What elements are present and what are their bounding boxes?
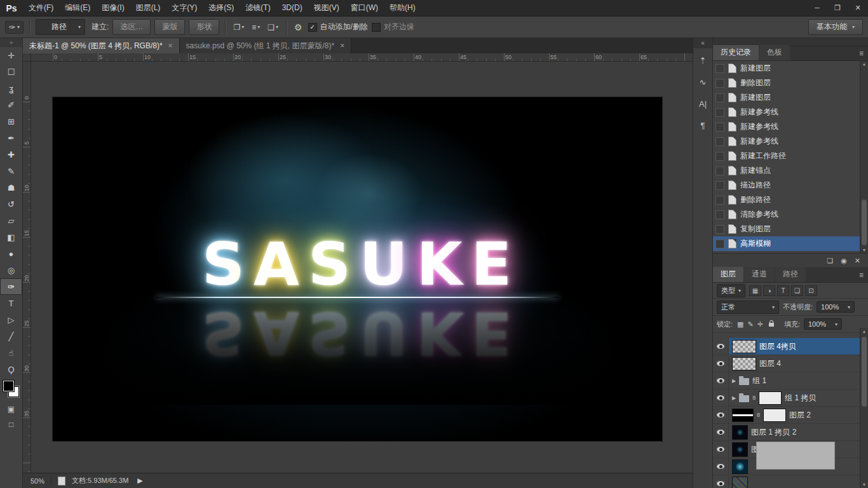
spot-healing-brush-tool[interactable]: ✚ bbox=[0, 146, 22, 163]
screen-mode-button[interactable]: □ bbox=[0, 417, 22, 432]
tool-mode-dropdown[interactable]: 路径 ▾ bbox=[36, 19, 85, 35]
quick-selection-tool[interactable]: ✐ bbox=[0, 97, 22, 113]
layer-row-body[interactable]: ▶ 8 图层 1 拷贝 2 bbox=[729, 424, 868, 440]
layer-row-body[interactable]: ▶ 8 组 1 拷贝 bbox=[729, 390, 868, 406]
layer-thumbnail[interactable] bbox=[732, 409, 754, 422]
brush-tool[interactable]: ✎ bbox=[0, 163, 22, 179]
dodge-tool[interactable]: ◎ bbox=[0, 262, 22, 278]
scroll-down-icon[interactable]: ▼ bbox=[860, 482, 868, 487]
history-source-checkbox[interactable] bbox=[715, 181, 724, 190]
history-source-checkbox[interactable] bbox=[715, 240, 724, 248]
new-snapshot-icon[interactable]: ◉ bbox=[841, 257, 847, 265]
history-scrollbar[interactable]: ▲ ▼ bbox=[860, 61, 868, 253]
eyedropper-tool[interactable]: ✒ bbox=[0, 130, 22, 146]
tool-preset-picker[interactable]: ✑ ▾ bbox=[5, 21, 24, 34]
foreground-color-swatch[interactable] bbox=[3, 381, 14, 391]
menu-item[interactable]: 文件(F) bbox=[23, 0, 59, 16]
history-step[interactable]: 新建图层 bbox=[713, 90, 868, 105]
path-arrange-button[interactable]: ❑ ▾ bbox=[266, 22, 280, 33]
layers-panel-menu-icon[interactable]: ≡ bbox=[855, 271, 868, 282]
history-source-checkbox[interactable] bbox=[715, 123, 724, 132]
pixel-layer-filter-icon[interactable]: ▦ bbox=[749, 285, 761, 296]
layer-thumbnail[interactable] bbox=[732, 425, 748, 440]
color-swatches[interactable] bbox=[0, 379, 22, 402]
path-operations-button[interactable]: ❐ ▾ bbox=[231, 22, 246, 33]
lock-transparent-pixels-icon[interactable]: ▦ bbox=[736, 320, 744, 329]
fill-field[interactable]: 100% ▾ bbox=[804, 318, 842, 330]
layer-thumbnail[interactable] bbox=[732, 357, 756, 370]
close-tab-icon[interactable]: × bbox=[168, 41, 173, 50]
layer-row[interactable]: ▶ 8 组 1 拷贝 bbox=[713, 390, 868, 407]
auto-add-delete-checkbox[interactable]: ✓ 自动添加/删除 bbox=[308, 22, 368, 32]
tab-swatches[interactable]: 色板 bbox=[759, 45, 790, 60]
move-tool[interactable]: ✛ bbox=[0, 47, 22, 64]
layer-mask-thumbnail[interactable] bbox=[763, 409, 786, 422]
menu-item[interactable]: 帮助(H) bbox=[384, 0, 421, 16]
history-step[interactable]: 描边路径 bbox=[713, 178, 868, 193]
visibility-toggle[interactable] bbox=[713, 372, 729, 389]
lock-all-icon[interactable] bbox=[769, 323, 774, 327]
layer-mask-thumbnail[interactable] bbox=[759, 391, 782, 405]
canvas-artwork[interactable]: SASUKE SASUKE bbox=[53, 97, 662, 441]
lock-position-icon[interactable]: ✛ bbox=[757, 320, 764, 329]
delete-state-icon[interactable]: ✕ bbox=[855, 257, 860, 265]
history-source-checkbox[interactable] bbox=[715, 225, 724, 234]
menu-item[interactable]: 图层(L) bbox=[130, 0, 166, 16]
paragraph-panel-icon[interactable]: ¶ bbox=[693, 116, 712, 135]
horizontal-ruler[interactable]: 05101520253035404550556065 bbox=[31, 53, 693, 62]
new-document-from-state-icon[interactable]: ❏ bbox=[827, 257, 833, 265]
type-layer-filter-icon[interactable]: T bbox=[777, 285, 789, 296]
history-source-checkbox[interactable] bbox=[715, 137, 724, 146]
history-step[interactable]: 删除图层 bbox=[713, 76, 868, 90]
gradient-tool[interactable]: ◧ bbox=[0, 229, 22, 245]
tab-layers[interactable]: 图层 bbox=[713, 267, 743, 282]
shape-layer-filter-icon[interactable]: ❏ bbox=[791, 285, 803, 296]
visibility-toggle[interactable] bbox=[713, 475, 729, 488]
history-step[interactable]: 删除路径 bbox=[713, 193, 868, 207]
menu-item[interactable]: 视图(V) bbox=[308, 0, 345, 16]
layer-row[interactable]: ▶ 8 图层 4拷贝 bbox=[713, 338, 868, 355]
zoom-level-field[interactable]: 50% bbox=[31, 477, 51, 485]
pen-tool[interactable]: ✑ bbox=[0, 278, 22, 295]
history-source-checkbox[interactable] bbox=[715, 93, 724, 102]
layer-thumbnail[interactable] bbox=[732, 340, 756, 353]
history-step[interactable]: 新建工作路径 bbox=[713, 149, 868, 163]
layer-row[interactable]: ▶ 8 组 1 bbox=[713, 372, 868, 390]
align-edges-checkbox[interactable]: ✓ 对齐边缘 bbox=[372, 22, 414, 32]
history-source-checkbox[interactable] bbox=[715, 64, 724, 73]
document-tab[interactable]: 未标题-1 @ 50% (图层 4 拷贝, RGB/8)* × bbox=[23, 38, 180, 53]
tab-history[interactable]: 历史记录 bbox=[713, 45, 759, 60]
lasso-tool[interactable]: ʓ bbox=[0, 80, 22, 97]
visibility-toggle[interactable] bbox=[713, 407, 729, 423]
make-mask-button[interactable]: 蒙版 bbox=[154, 19, 185, 35]
collapsed-panel-icon-1[interactable]: ⇡ bbox=[693, 51, 712, 70]
history-step[interactable]: 复制图层 bbox=[713, 222, 868, 236]
tab-channels[interactable]: 通道 bbox=[744, 267, 775, 282]
workspace-switcher[interactable]: 基本功能 ▾ bbox=[808, 19, 863, 35]
history-source-checkbox[interactable] bbox=[715, 79, 724, 88]
smart-object-filter-icon[interactable]: ⊡ bbox=[805, 285, 817, 296]
visibility-toggle[interactable] bbox=[713, 390, 729, 406]
history-panel-menu-icon[interactable]: ≡ bbox=[855, 49, 868, 60]
canvas-viewport[interactable]: SASUKE SASUKE bbox=[31, 62, 693, 473]
layer-thumbnail[interactable] bbox=[732, 442, 748, 457]
visibility-toggle[interactable] bbox=[713, 355, 729, 372]
hand-tool[interactable]: ☝ bbox=[0, 344, 22, 361]
layer-row[interactable]: ▶ 8 图层 4 bbox=[713, 355, 868, 372]
group-expander-icon[interactable]: ▶ bbox=[732, 395, 736, 401]
visibility-toggle[interactable] bbox=[713, 424, 729, 440]
scrollbar-thumb[interactable] bbox=[862, 200, 867, 245]
history-source-checkbox[interactable] bbox=[715, 210, 724, 219]
menu-item[interactable]: 滤镜(T) bbox=[240, 0, 276, 16]
path-selection-tool[interactable]: ▷ bbox=[0, 311, 22, 328]
status-expand-icon[interactable]: ▶ bbox=[137, 477, 142, 485]
menu-item[interactable]: 文字(Y) bbox=[166, 0, 203, 16]
gear-icon[interactable]: ⚙ bbox=[292, 22, 304, 32]
history-step[interactable]: 新建参考线 bbox=[713, 134, 868, 149]
history-step[interactable]: 新建锚点 bbox=[713, 163, 868, 178]
document-tab[interactable]: sasuke.psd @ 50% (组 1 拷贝, 图层蒙版/8)* × bbox=[180, 38, 352, 53]
history-step[interactable]: 新建图层 bbox=[713, 61, 868, 76]
history-step[interactable]: 新建参考线 bbox=[713, 105, 868, 119]
blur-tool[interactable]: ● bbox=[0, 245, 22, 262]
line-tool[interactable]: ╱ bbox=[0, 328, 22, 344]
